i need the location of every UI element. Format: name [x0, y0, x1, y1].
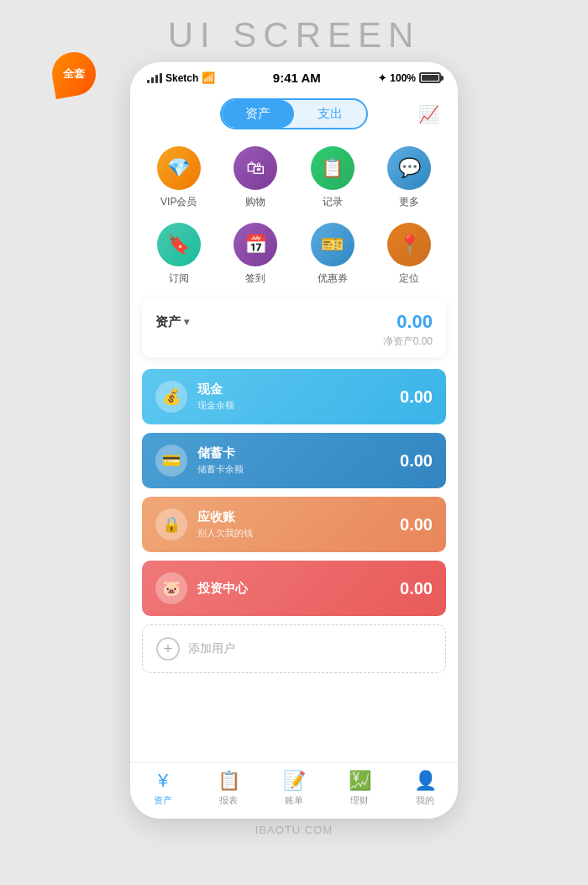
icon-label-3: 更多	[399, 195, 419, 209]
card-sub-0: 现金余额	[197, 399, 234, 412]
icon-grid: 💎 VIP会员 🛍 购物 📋 记录 💬 更多 🔖 订阅 📅 签到 🎫 优惠券 📍…	[130, 138, 458, 299]
icon-item-1[interactable]: 🛍 购物	[224, 146, 288, 209]
card-amount-0: 0.00	[400, 387, 433, 407]
icon-circle-6: 🎫	[311, 223, 354, 266]
nav-label-2: 账单	[285, 794, 303, 807]
status-left: Sketch 📶	[147, 71, 215, 84]
card-amount-3: 0.00	[400, 579, 433, 598]
icon-label-2: 记录	[323, 195, 343, 209]
status-bar: Sketch 📶 9:41 AM ✦ 100%	[130, 62, 458, 90]
card-row-left-2: 🔒 应收账 别人欠我的钱	[155, 508, 253, 540]
icon-circle-4: 🔖	[157, 223, 201, 266]
icon-circle-5: 📅	[234, 223, 277, 266]
card-title-3: 投资中心	[197, 581, 248, 597]
nav-item-资产[interactable]: ¥ 资产	[130, 770, 196, 807]
asset-amount: 0.00	[396, 311, 433, 333]
asset-title[interactable]: 资产 ▾	[155, 314, 189, 330]
card-info-2: 应收账 别人欠我的钱	[197, 509, 253, 540]
icon-item-6[interactable]: 🎫 优惠券	[301, 223, 365, 286]
card-icon-0: 💰	[155, 381, 187, 413]
add-user-row[interactable]: + 添加用户	[142, 624, 446, 673]
chevron-down-icon: ▾	[184, 316, 189, 328]
nav-item-账单[interactable]: 📝 账单	[261, 770, 327, 807]
card-row-left-0: 💰 现金 现金余额	[155, 381, 234, 413]
card-title-1: 储蓄卡	[197, 445, 244, 461]
card-info-0: 现金 现金余额	[197, 382, 234, 412]
bluetooth-icon: ✦	[378, 72, 386, 84]
add-icon: +	[156, 637, 180, 661]
badge-label: 全套	[63, 66, 85, 82]
carrier-label: Sketch	[165, 72, 198, 84]
icon-circle-3: 💬	[387, 146, 431, 190]
icon-label-4: 订阅	[169, 271, 189, 286]
icon-item-2[interactable]: 📋 记录	[301, 146, 365, 209]
nav-icon-4: 👤	[414, 770, 437, 792]
nav-label-3: 理财	[350, 794, 369, 807]
asset-section: 资产 ▾ 0.00 净资产0.00	[142, 299, 446, 357]
phone-frame: Sketch 📶 9:41 AM ✦ 100% 资产 支出 📈 💎 VIP会员 …	[130, 62, 458, 819]
icon-label-1: 购物	[245, 195, 265, 209]
bottom-nav: ¥ 资产 📋 报表 📝 账单 💹 理财 👤 我的	[130, 762, 458, 819]
icon-label-5: 签到	[245, 271, 265, 286]
top-tabs: 资产 支出 📈	[130, 90, 458, 138]
nav-label-4: 我的	[416, 794, 434, 807]
icon-item-5[interactable]: 📅 签到	[224, 223, 288, 286]
page-bg-label: UI SCREEN	[168, 15, 421, 55]
bottom-watermark: IBAOTU.COM	[255, 824, 333, 836]
card-row-0[interactable]: 💰 现金 现金余额 0.00	[142, 369, 446, 424]
icon-label-0: VIP会员	[160, 195, 197, 209]
icon-circle-7: 📍	[387, 223, 431, 266]
tab-assets[interactable]: 资产	[222, 100, 294, 128]
card-info-3: 投资中心	[197, 581, 248, 597]
icon-circle-1: 🛍	[234, 146, 277, 190]
add-user-label: 添加用户	[188, 641, 235, 656]
icon-item-4[interactable]: 🔖 订阅	[147, 223, 211, 286]
nav-item-我的[interactable]: 👤 我的	[392, 770, 458, 807]
card-sub-2: 别人欠我的钱	[197, 527, 253, 540]
asset-net: 净资产0.00	[155, 335, 433, 349]
card-list: 💰 现金 现金余额 0.00 💳 储蓄卡 储蓄卡余额 0.00 🔒 应收	[130, 369, 458, 616]
card-row-left-3: 🐷 投资中心	[155, 572, 248, 604]
nav-icon-3: 💹	[349, 770, 371, 792]
icon-item-7[interactable]: 📍 定位	[378, 223, 442, 286]
card-title-0: 现金	[197, 382, 234, 398]
icon-item-0[interactable]: 💎 VIP会员	[147, 146, 211, 209]
card-icon-3: 🐷	[155, 572, 187, 604]
clock: 9:41 AM	[273, 71, 321, 85]
battery-icon	[419, 72, 441, 83]
nav-icon-1: 📋	[218, 770, 240, 792]
card-sub-1: 储蓄卡余额	[197, 463, 244, 476]
tab-group: 资产 支出	[220, 98, 368, 129]
nav-item-理财[interactable]: 💹 理财	[327, 770, 392, 807]
nav-label-0: 资产	[154, 794, 172, 807]
card-amount-2: 0.00	[400, 515, 433, 535]
chart-icon[interactable]: 📈	[418, 104, 439, 124]
nav-icon-2: 📝	[283, 770, 306, 792]
card-row-3[interactable]: 🐷 投资中心 0.00	[142, 561, 446, 616]
card-icon-2: 🔒	[155, 508, 187, 540]
icon-label-6: 优惠券	[318, 271, 348, 286]
card-row-1[interactable]: 💳 储蓄卡 储蓄卡余额 0.00	[142, 433, 446, 488]
icon-item-3[interactable]: 💬 更多	[378, 146, 442, 209]
icon-circle-2: 📋	[311, 146, 354, 190]
card-info-1: 储蓄卡 储蓄卡余额	[197, 445, 244, 476]
signal-icon	[147, 73, 162, 83]
nav-icon-0: ¥	[158, 770, 168, 792]
card-amount-1: 0.00	[400, 451, 433, 471]
nav-label-1: 报表	[219, 794, 238, 807]
quantao-badge: 全套	[49, 49, 99, 99]
icon-circle-0: 💎	[157, 146, 201, 190]
card-row-2[interactable]: 🔒 应收账 别人欠我的钱 0.00	[142, 497, 446, 552]
status-right: ✦ 100%	[378, 72, 441, 84]
nav-item-报表[interactable]: 📋 报表	[196, 770, 261, 807]
wifi-icon: 📶	[202, 71, 215, 84]
card-icon-1: 💳	[155, 445, 187, 477]
battery-label: 100%	[390, 72, 416, 84]
card-row-left-1: 💳 储蓄卡 储蓄卡余额	[155, 445, 244, 477]
icon-label-7: 定位	[399, 271, 419, 286]
card-title-2: 应收账	[197, 509, 253, 525]
tab-expense[interactable]: 支出	[294, 100, 366, 128]
